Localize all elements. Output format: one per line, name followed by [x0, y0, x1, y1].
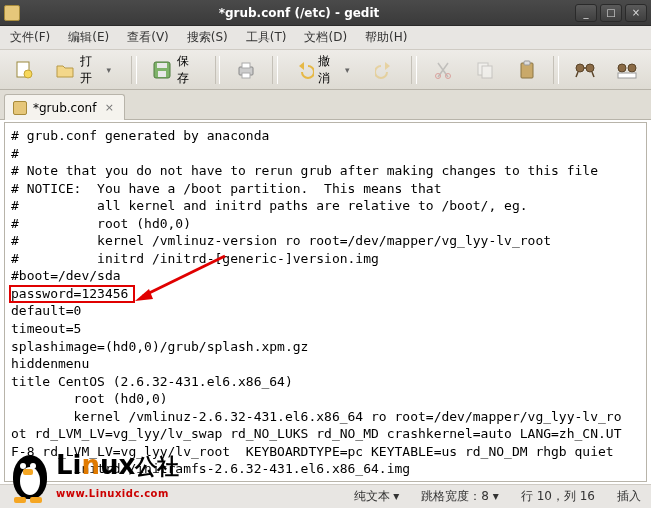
toolbar: 打开 ▾ 保存 撤消 ▾ — [0, 50, 651, 90]
svg-rect-3 — [157, 63, 167, 68]
undo-label: 撤消 — [318, 53, 341, 87]
print-button[interactable] — [228, 55, 264, 85]
open-dropdown-icon[interactable]: ▾ — [107, 65, 116, 75]
status-tabwidth[interactable]: 跳格宽度：8 ▾ — [421, 488, 498, 505]
svg-line-19 — [143, 256, 225, 296]
undo-icon — [293, 59, 314, 81]
status-insert-mode: 插入 — [617, 488, 641, 505]
save-label: 保存 — [177, 53, 200, 87]
paste-icon — [516, 59, 538, 81]
replace-icon — [616, 59, 638, 81]
menu-documents[interactable]: 文档(D) — [300, 27, 351, 48]
menu-bar: 文件(F) 编辑(E) 查看(V) 搜索(S) 工具(T) 文档(D) 帮助(H… — [0, 26, 651, 50]
svg-point-17 — [628, 64, 636, 72]
toolbar-separator — [553, 56, 559, 84]
file-icon — [13, 101, 27, 115]
status-language[interactable]: 纯文本 ▾ — [354, 488, 400, 505]
editor-area: # grub.conf generated by anaconda # # No… — [4, 122, 647, 482]
minimize-button[interactable]: _ — [575, 4, 597, 22]
menu-search[interactable]: 搜索(S) — [183, 27, 232, 48]
save-icon — [152, 59, 173, 81]
toolbar-separator — [411, 56, 417, 84]
menu-edit[interactable]: 编辑(E) — [64, 27, 113, 48]
redo-icon — [374, 59, 396, 81]
cut-button[interactable] — [425, 55, 461, 85]
linux-penguin-icon — [4, 449, 56, 505]
open-icon — [55, 59, 76, 81]
svg-rect-11 — [482, 66, 492, 78]
tab-label: *grub.conf — [33, 101, 96, 115]
svg-rect-18 — [618, 73, 636, 78]
menu-file[interactable]: 文件(F) — [6, 27, 54, 48]
new-file-button[interactable] — [6, 55, 42, 85]
maximize-button[interactable]: □ — [600, 4, 622, 22]
open-label: 打开 — [80, 53, 103, 87]
close-window-button[interactable]: × — [625, 4, 647, 22]
annotation-highlight-box — [9, 285, 135, 303]
menu-tools[interactable]: 工具(T) — [242, 27, 291, 48]
window-title: *grub.conf (/etc) - gedit — [26, 6, 572, 20]
svg-point-15 — [586, 64, 594, 72]
redo-button[interactable] — [367, 55, 403, 85]
toolbar-separator — [215, 56, 221, 84]
svg-rect-13 — [524, 61, 530, 65]
paste-button[interactable] — [509, 55, 545, 85]
svg-rect-4 — [158, 71, 166, 77]
cut-icon — [432, 59, 454, 81]
tab-grub-conf[interactable]: *grub.conf × — [4, 94, 125, 120]
replace-button[interactable] — [609, 55, 645, 85]
svg-rect-7 — [242, 73, 250, 78]
app-icon — [4, 5, 20, 21]
copy-button[interactable] — [467, 55, 503, 85]
find-icon — [574, 59, 596, 81]
undo-button[interactable]: 撤消 ▾ — [286, 55, 361, 85]
open-button[interactable]: 打开 ▾ — [48, 55, 123, 85]
undo-dropdown-icon[interactable]: ▾ — [345, 65, 354, 75]
svg-point-16 — [618, 64, 626, 72]
toolbar-separator — [131, 56, 137, 84]
find-button[interactable] — [567, 55, 603, 85]
print-icon — [235, 59, 257, 81]
copy-icon — [474, 59, 496, 81]
tab-bar: *grub.conf × — [0, 90, 651, 120]
watermark: Linux公社 www.Linuxidc.com — [4, 449, 179, 505]
menu-view[interactable]: 查看(V) — [123, 27, 173, 48]
watermark-url: www.Linuxidc.com — [56, 488, 169, 499]
toolbar-separator — [272, 56, 278, 84]
menu-help[interactable]: 帮助(H) — [361, 27, 411, 48]
status-position: 行 10，列 16 — [521, 488, 595, 505]
watermark-text: Linux公社 www.Linuxidc.com — [56, 454, 179, 501]
new-file-icon — [13, 59, 35, 81]
title-bar: *grub.conf (/etc) - gedit _ □ × — [0, 0, 651, 26]
svg-rect-6 — [242, 63, 250, 68]
svg-point-1 — [24, 70, 32, 78]
tab-close-button[interactable]: × — [102, 101, 116, 115]
save-button[interactable]: 保存 — [145, 55, 207, 85]
svg-point-14 — [576, 64, 584, 72]
annotation-arrow — [135, 251, 235, 311]
